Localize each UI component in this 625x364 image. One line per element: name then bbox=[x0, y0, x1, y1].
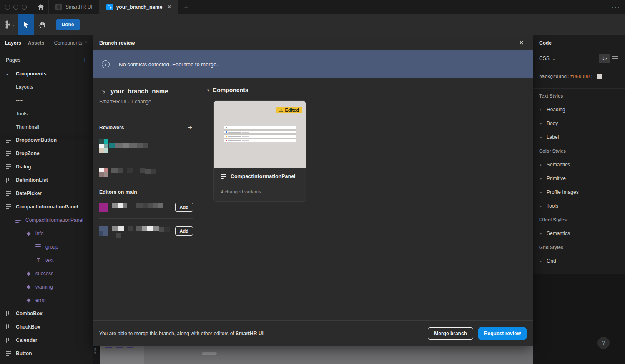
code-panel-header: Code bbox=[533, 35, 625, 50]
horizontal-scrollbar[interactable] bbox=[202, 352, 217, 355]
layer-label: warning bbox=[35, 284, 53, 290]
layer-datepicker[interactable]: DatePicker bbox=[0, 187, 93, 200]
layer-variant-info[interactable]: info bbox=[0, 227, 93, 240]
help-button[interactable]: ? bbox=[597, 337, 610, 349]
toolbar: ⌄ Done bbox=[0, 14, 625, 35]
layer-label: Dialog bbox=[16, 164, 31, 170]
redacted-avatar bbox=[99, 203, 108, 212]
code-language-select[interactable]: CSS bbox=[539, 55, 550, 61]
modal-body: your_branch_name SmartHR UI · 1 change R… bbox=[93, 78, 533, 320]
changed-variants-count: 4 changed variants bbox=[221, 189, 299, 194]
close-tab-icon[interactable]: ✕ bbox=[167, 4, 171, 10]
layer-button[interactable]: Button bbox=[0, 347, 93, 360]
window-menu-button[interactable]: ··· bbox=[607, 0, 625, 14]
new-tab-button[interactable]: + bbox=[178, 0, 194, 14]
layer-variant-success[interactable]: success bbox=[0, 267, 93, 280]
canvas-ruler: 450 bbox=[93, 346, 100, 364]
merge-branch-button[interactable]: Merge branch bbox=[428, 327, 473, 340]
tab-layers[interactable]: Layers bbox=[5, 40, 21, 46]
caret-right-icon[interactable]: ▸ bbox=[540, 190, 547, 194]
changed-component-card[interactable]: ⚠ Edited CompactInforma bbox=[213, 100, 306, 202]
add-editor-button[interactable]: Add bbox=[175, 226, 193, 236]
tab-smarthr-ui[interactable]: SmartHR UI bbox=[48, 0, 99, 14]
warning-icon: ⚠ bbox=[279, 108, 283, 113]
layer-checkbox[interactable]: CheckBox bbox=[0, 320, 93, 334]
add-reviewer-button[interactable]: + bbox=[188, 123, 193, 132]
layer-dialog[interactable]: Dialog bbox=[0, 160, 93, 173]
frame-icon bbox=[6, 138, 12, 143]
layer-compactinformationpanel-set[interactable]: CompactInformationPanel bbox=[0, 213, 93, 227]
layer-definitionlist[interactable]: DefinitionList bbox=[0, 173, 93, 187]
hand-tool-button[interactable] bbox=[34, 14, 50, 35]
layer-variant-error[interactable]: error bbox=[0, 294, 93, 307]
redacted-name bbox=[109, 143, 155, 148]
close-icon[interactable]: ✕ bbox=[517, 38, 526, 48]
layer-combobox[interactable]: ComboBox bbox=[0, 307, 93, 320]
page-item-tools[interactable]: Tools bbox=[0, 107, 93, 120]
page-selector-label: Components bbox=[54, 40, 82, 46]
layer-label: group bbox=[45, 244, 58, 250]
add-editor-button[interactable]: Add bbox=[175, 203, 193, 212]
window-controls[interactable] bbox=[0, 0, 33, 14]
request-review-button[interactable]: Request review bbox=[478, 327, 527, 340]
style-item-label[interactable]: ▸Label bbox=[533, 130, 625, 144]
style-item-effect-semantics[interactable]: ▸Semantics bbox=[533, 226, 625, 240]
home-tab[interactable] bbox=[33, 0, 48, 14]
move-tool-button[interactable] bbox=[18, 14, 34, 35]
page-item-divider[interactable]: ---- bbox=[0, 94, 93, 107]
caret-down-icon[interactable]: ▾ bbox=[207, 88, 209, 93]
style-item-heading[interactable]: ▸Heading bbox=[533, 103, 625, 116]
layer-variant-warning[interactable]: warning bbox=[0, 280, 93, 294]
add-page-button[interactable]: + bbox=[83, 56, 87, 64]
close-window-button[interactable] bbox=[5, 5, 10, 10]
frame-icon bbox=[6, 151, 12, 156]
style-item-semantics[interactable]: ▸Semantics bbox=[533, 158, 625, 171]
page-item-components[interactable]: ✓Components bbox=[0, 67, 93, 80]
caret-right-icon[interactable]: ▸ bbox=[540, 231, 547, 236]
reviewers-header: Reviewers + bbox=[99, 123, 193, 132]
file-icon bbox=[55, 4, 62, 10]
caret-right-icon[interactable]: ▸ bbox=[540, 259, 547, 263]
layer-dropdownbutton[interactable]: DropdownButton bbox=[0, 133, 93, 147]
frame-icon bbox=[6, 164, 12, 169]
caret-right-icon[interactable]: ▸ bbox=[540, 121, 547, 126]
redacted-name bbox=[111, 168, 161, 174]
caret-right-icon[interactable]: ▸ bbox=[540, 163, 547, 167]
page-item-thumbnail[interactable]: Thumbnail bbox=[0, 120, 93, 134]
layer-calender[interactable]: Calender bbox=[0, 334, 93, 347]
tab-your-branch-name[interactable]: your_branch_name ✕ bbox=[99, 0, 178, 14]
minimize-window-button[interactable] bbox=[13, 5, 18, 10]
style-item-tools[interactable]: ▸Tools bbox=[533, 199, 625, 213]
tab-label: your_branch_name bbox=[116, 4, 163, 10]
canvas-area[interactable]: 450 bbox=[93, 346, 533, 364]
main-menu-button[interactable]: ⌄ bbox=[0, 14, 18, 35]
redacted-name bbox=[112, 203, 166, 208]
tab-assets[interactable]: Assets bbox=[28, 40, 44, 46]
layer-compactinformationpanel[interactable]: CompactInformationPanel bbox=[0, 200, 93, 213]
done-button[interactable]: Done bbox=[56, 19, 80, 30]
caret-right-icon[interactable]: ▸ bbox=[540, 176, 547, 181]
modal-header: Branch review ✕ bbox=[93, 35, 533, 50]
component-icon bbox=[25, 284, 31, 289]
style-item-grid[interactable]: ▸Grid bbox=[533, 254, 625, 268]
style-item-profile-images[interactable]: ▸Profile Images bbox=[533, 185, 625, 199]
layer-dropzone[interactable]: DropZone bbox=[0, 147, 93, 160]
style-item-primitive[interactable]: ▸Primitive bbox=[533, 171, 625, 185]
layer-text[interactable]: Ttext bbox=[0, 254, 93, 267]
style-item-body[interactable]: ▸Body bbox=[533, 116, 625, 130]
color-swatch[interactable] bbox=[597, 74, 602, 79]
layer-label: ComboBox bbox=[16, 311, 43, 316]
page-selector[interactable]: Components ⌃ bbox=[54, 40, 88, 46]
caret-right-icon[interactable]: ▸ bbox=[540, 135, 547, 139]
list-view-button[interactable] bbox=[610, 54, 620, 63]
code-view-button[interactable]: <> bbox=[599, 54, 610, 63]
caret-right-icon[interactable]: ▸ bbox=[540, 204, 547, 208]
css-property: background: bbox=[539, 74, 570, 79]
css-code-line[interactable]: background: #D6D3D0; bbox=[533, 66, 625, 89]
layer-group[interactable]: group bbox=[0, 240, 93, 254]
components-section-header[interactable]: ▾ Components bbox=[207, 87, 248, 93]
zoom-window-button[interactable] bbox=[22, 5, 27, 10]
pages-title: Pages bbox=[6, 57, 20, 63]
caret-right-icon[interactable]: ▸ bbox=[540, 108, 547, 112]
page-item-layouts[interactable]: Layouts bbox=[0, 80, 93, 94]
